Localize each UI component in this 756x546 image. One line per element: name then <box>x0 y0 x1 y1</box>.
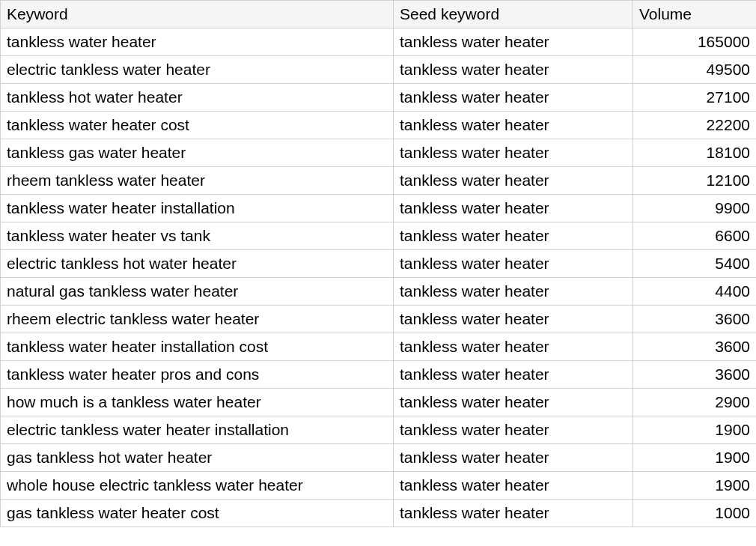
header-keyword[interactable]: Keyword <box>1 1 394 28</box>
cell-seed[interactable]: tankless water heater <box>394 472 633 500</box>
cell-keyword[interactable]: gas tankless hot water heater <box>1 444 394 472</box>
cell-volume[interactable]: 1900 <box>633 444 757 472</box>
cell-keyword[interactable]: gas tankless water heater cost <box>1 500 394 527</box>
cell-volume[interactable]: 9900 <box>633 195 757 222</box>
table-row: gas tankless hot water heatertankless wa… <box>1 444 757 472</box>
cell-keyword[interactable]: tankless gas water heater <box>1 139 394 167</box>
cell-seed[interactable]: tankless water heater <box>394 167 633 195</box>
cell-keyword[interactable]: electric tankless hot water heater <box>1 250 394 278</box>
cell-volume[interactable]: 6600 <box>633 222 757 250</box>
cell-seed[interactable]: tankless water heater <box>394 250 633 278</box>
cell-seed[interactable]: tankless water heater <box>394 416 633 444</box>
cell-volume[interactable]: 5400 <box>633 250 757 278</box>
table-body: tankless water heatertankless water heat… <box>1 28 757 527</box>
cell-volume[interactable]: 165000 <box>633 28 757 56</box>
cell-seed[interactable]: tankless water heater <box>394 306 633 333</box>
table-row: tankless water heater installationtankle… <box>1 195 757 222</box>
cell-seed[interactable]: tankless water heater <box>394 112 633 139</box>
table-row: how much is a tankless water heatertankl… <box>1 389 757 416</box>
table-row: whole house electric tankless water heat… <box>1 472 757 500</box>
table-row: gas tankless water heater costtankless w… <box>1 500 757 527</box>
cell-volume[interactable]: 1000 <box>633 500 757 527</box>
table-row: rheem electric tankless water heatertank… <box>1 306 757 333</box>
cell-keyword[interactable]: tankless water heater pros and cons <box>1 361 394 389</box>
cell-volume[interactable]: 3600 <box>633 361 757 389</box>
cell-keyword[interactable]: whole house electric tankless water heat… <box>1 472 394 500</box>
cell-seed[interactable]: tankless water heater <box>394 195 633 222</box>
cell-volume[interactable]: 3600 <box>633 306 757 333</box>
cell-keyword[interactable]: electric tankless water heater installat… <box>1 416 394 444</box>
cell-seed[interactable]: tankless water heater <box>394 389 633 416</box>
cell-volume[interactable]: 49500 <box>633 56 757 84</box>
cell-keyword[interactable]: how much is a tankless water heater <box>1 389 394 416</box>
cell-keyword[interactable]: tankless water heater vs tank <box>1 222 394 250</box>
cell-seed[interactable]: tankless water heater <box>394 333 633 361</box>
table-row: electric tankless water heatertankless w… <box>1 56 757 84</box>
cell-seed[interactable]: tankless water heater <box>394 56 633 84</box>
cell-volume[interactable]: 12100 <box>633 167 757 195</box>
cell-keyword[interactable]: natural gas tankless water heater <box>1 278 394 306</box>
table-row: tankless hot water heatertankless water … <box>1 84 757 112</box>
cell-seed[interactable]: tankless water heater <box>394 222 633 250</box>
cell-volume[interactable]: 1900 <box>633 472 757 500</box>
table-row: electric tankless water heater installat… <box>1 416 757 444</box>
cell-volume[interactable]: 22200 <box>633 112 757 139</box>
cell-volume[interactable]: 27100 <box>633 84 757 112</box>
table-row: natural gas tankless water heatertankles… <box>1 278 757 306</box>
table-row: tankless water heater pros and constankl… <box>1 361 757 389</box>
cell-keyword[interactable]: electric tankless water heater <box>1 56 394 84</box>
cell-keyword[interactable]: tankless hot water heater <box>1 84 394 112</box>
cell-keyword[interactable]: rheem electric tankless water heater <box>1 306 394 333</box>
cell-keyword[interactable]: tankless water heater installation cost <box>1 333 394 361</box>
cell-keyword[interactable]: rheem tankless water heater <box>1 167 394 195</box>
cell-seed[interactable]: tankless water heater <box>394 500 633 527</box>
table-row: tankless water heater installation costt… <box>1 333 757 361</box>
table-row: tankless water heatertankless water heat… <box>1 28 757 56</box>
cell-volume[interactable]: 18100 <box>633 139 757 167</box>
cell-volume[interactable]: 4400 <box>633 278 757 306</box>
cell-keyword[interactable]: tankless water heater <box>1 28 394 56</box>
keyword-table: Keyword Seed keyword Volume tankless wat… <box>0 0 756 527</box>
table-row: tankless gas water heatertankless water … <box>1 139 757 167</box>
cell-volume[interactable]: 3600 <box>633 333 757 361</box>
cell-seed[interactable]: tankless water heater <box>394 28 633 56</box>
table-row: tankless water heater costtankless water… <box>1 112 757 139</box>
header-volume[interactable]: Volume <box>633 1 757 28</box>
cell-seed[interactable]: tankless water heater <box>394 278 633 306</box>
table-row: electric tankless hot water heatertankle… <box>1 250 757 278</box>
cell-seed[interactable]: tankless water heater <box>394 84 633 112</box>
cell-seed[interactable]: tankless water heater <box>394 361 633 389</box>
cell-keyword[interactable]: tankless water heater cost <box>1 112 394 139</box>
table-row: tankless water heater vs tanktankless wa… <box>1 222 757 250</box>
cell-keyword[interactable]: tankless water heater installation <box>1 195 394 222</box>
cell-volume[interactable]: 1900 <box>633 416 757 444</box>
cell-seed[interactable]: tankless water heater <box>394 444 633 472</box>
cell-volume[interactable]: 2900 <box>633 389 757 416</box>
cell-seed[interactable]: tankless water heater <box>394 139 633 167</box>
table-header-row: Keyword Seed keyword Volume <box>1 1 757 28</box>
header-seed[interactable]: Seed keyword <box>394 1 633 28</box>
table-row: rheem tankless water heatertankless wate… <box>1 167 757 195</box>
